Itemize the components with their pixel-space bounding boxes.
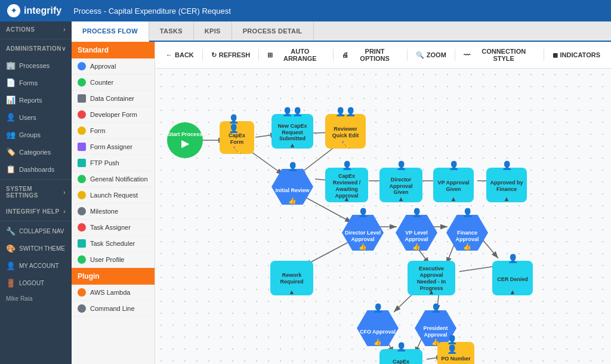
- panel-item-command-line[interactable]: Command Line: [72, 301, 155, 317]
- sidebar-my-account[interactable]: 👤 MY ACCOUNT: [0, 257, 72, 274]
- tab-process-detail[interactable]: PROCESS DETAIL: [232, 21, 314, 41]
- sidebar-item-groups-label: Groups: [19, 131, 41, 138]
- connection-style-button[interactable]: 〰 CONNECTION STYLE: [459, 45, 540, 64]
- sidebar-logout[interactable]: 🚪 LOGOUT: [0, 274, 72, 292]
- back-icon: ←: [166, 51, 172, 58]
- zoom-icon: 🔍: [416, 51, 424, 59]
- panel-item-form-assigner[interactable]: Form Assigner: [72, 139, 155, 155]
- vp-level-avatar: 👤: [412, 208, 422, 217]
- flow-diagram-area[interactable]: Start Process ▶ 👤👤 CapEx Form ✏️: [155, 69, 611, 364]
- print-options-button[interactable]: 🖨 PRINT OPTIONS: [337, 45, 403, 64]
- capex-form-label: CapEx Form: [223, 132, 251, 146]
- back-button[interactable]: ← BACK: [161, 49, 199, 61]
- tab-tasks[interactable]: TASKS: [149, 21, 194, 41]
- node-director-approval-given[interactable]: 👤 Director Approval Given ▲: [379, 168, 422, 202]
- task-scheduler-icon: [78, 239, 86, 248]
- panel-item-user-profile[interactable]: User Profile: [72, 252, 155, 268]
- panel-item-ftp-push[interactable]: FTP Push: [72, 155, 155, 171]
- node-rework-required[interactable]: Rework Required ▲: [270, 261, 313, 295]
- panel-item-developer-form[interactable]: Developer Form: [72, 107, 155, 123]
- collapse-nav-label: COLLAPSE NAV: [19, 228, 64, 235]
- tab-kpis[interactable]: KPIS: [194, 21, 232, 41]
- node-capex-reviewed[interactable]: 👤 CapEx Reviewed / Awaiting Approval ▲: [325, 168, 368, 202]
- sidebar-username: Mike Raia: [0, 292, 72, 306]
- zoom-label: ZOOM: [427, 51, 446, 58]
- sidebar-item-processes-label: Processes: [19, 62, 50, 69]
- theme-icon: 🎨: [6, 244, 16, 253]
- logo-text: integrify: [24, 5, 61, 16]
- tab-process-flow[interactable]: PROCESS FLOW: [72, 21, 149, 42]
- approval-icon: [78, 62, 86, 70]
- capex-reviewed-triangle: ▲: [344, 195, 350, 202]
- node-reviewer-quick[interactable]: 👤👤 Reviewer Quick Edit ✏️: [325, 114, 366, 149]
- capex-reviewed-avatar: 👤: [342, 161, 352, 170]
- panel-item-launch-request[interactable]: Launch Request: [72, 187, 155, 203]
- node-executive-approval[interactable]: Executive Approval Needed - In Progress …: [408, 261, 455, 295]
- panel-item-data-container[interactable]: Data Container: [72, 91, 155, 107]
- initial-review-label: Initial Review: [275, 187, 309, 194]
- node-vp-approval-given[interactable]: 👤 VP Approval Given ▲: [433, 168, 474, 202]
- zoom-button[interactable]: 🔍 ZOOM: [411, 49, 451, 61]
- sidebar-item-categories[interactable]: 🏷️ Categories: [0, 143, 72, 161]
- indicators-button[interactable]: ◼ INDICATORS: [548, 49, 605, 61]
- node-new-capex[interactable]: 👤👤 New CapEx Request Submitted ▲: [271, 114, 313, 149]
- cer-denied-triangle: ▲: [510, 288, 516, 295]
- node-initial-review[interactable]: 👤 Initial Review 👍: [271, 169, 313, 205]
- main-layout: ACTIONS › ADMINISTRATION ∨ 🏢 Processes 📄…: [0, 21, 611, 364]
- panel-item-general-notification[interactable]: General Notification: [72, 171, 155, 187]
- sidebar-section-actions[interactable]: ACTIONS ›: [0, 21, 72, 38]
- sidebar-item-reports[interactable]: 📊 Reports: [0, 91, 72, 109]
- node-finance-approval[interactable]: 👤 Finance Approval 👍: [446, 215, 488, 251]
- president-thumb: 👍: [431, 338, 440, 346]
- auto-arrange-button[interactable]: ⊞ AUTO ARRANGE: [263, 45, 329, 64]
- sidebar-item-forms[interactable]: 📄 Forms: [0, 74, 72, 91]
- refresh-icon: ↻: [211, 51, 217, 59]
- divider2: [0, 179, 72, 180]
- start-play-icon: ▶: [181, 138, 189, 149]
- logo[interactable]: ✦ integrify: [7, 4, 61, 17]
- panel-item-aws-lambda[interactable]: AWS Lambda: [72, 285, 155, 301]
- sep1: [202, 49, 203, 61]
- panel-item-milestone[interactable]: Milestone: [72, 203, 155, 220]
- node-cer-denied[interactable]: 👤 CER Denied ▲: [492, 261, 533, 295]
- cfo-thumb: 👍: [374, 338, 382, 346]
- node-capex-approved[interactable]: 👤 CapEx Approved ▲: [379, 349, 422, 364]
- aws-lambda-icon: [78, 288, 86, 297]
- panel-item-task-assigner[interactable]: Task Assigner: [72, 220, 155, 236]
- reports-icon: 📊: [6, 95, 16, 104]
- task-assigner-label: Task Assigner: [90, 224, 131, 231]
- panel-item-counter[interactable]: Counter: [72, 75, 155, 91]
- node-vp-level[interactable]: 👤 VP Level Approval 👍: [396, 215, 437, 251]
- sep3: [333, 49, 334, 61]
- sep4: [407, 49, 408, 61]
- sep5: [455, 49, 455, 61]
- sidebar-collapse-nav[interactable]: 🔧 COLLAPSE NAV: [0, 223, 72, 240]
- sidebar-item-users[interactable]: 👤 Users: [0, 109, 72, 126]
- refresh-button[interactable]: ↻ REFRESH: [206, 49, 255, 61]
- panel-item-task-scheduler[interactable]: Task Scheduler: [72, 236, 155, 252]
- sidebar-section-administration[interactable]: ADMINISTRATION ∨: [0, 41, 72, 57]
- approval-label: Approval: [90, 63, 116, 70]
- vp-approval-given-label: VP Approval Given: [437, 180, 470, 193]
- sidebar-item-groups[interactable]: 👥 Groups: [0, 126, 72, 143]
- divider3: [0, 221, 72, 221]
- counter-label: Counter: [90, 79, 113, 86]
- panel-item-form[interactable]: Form: [72, 123, 155, 139]
- node-cfo-approval[interactable]: 👤 CFO Approval 👍: [357, 310, 399, 346]
- launch-request-icon: [78, 191, 86, 199]
- sidebar-section-help[interactable]: INTEGRIFY HELP ›: [0, 203, 72, 220]
- my-account-label: MY ACCOUNT: [19, 263, 59, 269]
- right-content: PROCESS FLOW TASKS KPIS PROCESS DETAIL S…: [72, 21, 611, 364]
- sidebar-item-processes[interactable]: 🏢 Processes: [0, 57, 72, 74]
- sidebar-item-reports-label: Reports: [19, 97, 42, 104]
- node-approved-by-finance[interactable]: 👤 Approved by Finance ▲: [486, 168, 527, 202]
- sidebar-item-dashboards[interactable]: 📋 Dashboards: [0, 161, 72, 178]
- approved-finance-avatar: 👤: [502, 161, 512, 170]
- sidebar-section-system[interactable]: SYSTEM SETTINGS ›: [0, 181, 72, 203]
- sidebar-switch-theme[interactable]: 🎨 SWITCH THEME: [0, 240, 72, 257]
- developer-form-icon: [78, 110, 86, 119]
- node-capex-form[interactable]: 👤👤 CapEx Form ✏️: [220, 121, 254, 154]
- panel-item-approval[interactable]: Approval: [72, 58, 155, 75]
- node-director-level[interactable]: 👤 Director Level Approval 👍: [342, 215, 384, 251]
- node-po-number[interactable]: 👤👤 PO Number: [437, 342, 474, 364]
